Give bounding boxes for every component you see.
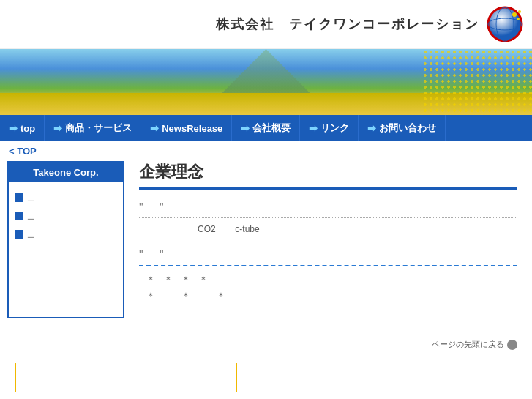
hero-image xyxy=(0,49,532,115)
quote-open-1: " xyxy=(139,201,143,214)
svg-point-5 xyxy=(518,10,521,13)
content-area: 企業理念 " " CO2 c-tube " " xyxy=(132,161,525,318)
sidebar-bullet-1 xyxy=(15,193,23,202)
svg-point-4 xyxy=(517,18,520,20)
sidebar-items: ＿ ＿ ＿ xyxy=(9,182,123,299)
dotted-line-1 xyxy=(139,217,517,218)
main-layout: Takeone Corp. ＿ ＿ ＿ 企業理念 " " xyxy=(0,161,532,333)
quote-close-1: " xyxy=(160,201,164,214)
nav-top[interactable]: ➡ top xyxy=(0,115,45,141)
nav-arrow-products: ➡ xyxy=(53,122,62,134)
svg-point-3 xyxy=(512,12,517,17)
nav-news[interactable]: ➡ NewsRelease xyxy=(141,115,232,141)
section2-quotes: " " xyxy=(139,249,517,262)
nav-arrow-about: ➡ xyxy=(241,122,250,134)
sidebar-item-2[interactable]: ＿ xyxy=(13,206,119,225)
site-header: 株式会社 テイクワンコーポレーション xyxy=(0,0,532,49)
nav-news-label: NewsRelease xyxy=(162,123,222,134)
section-2: " " ＊ ＊ ＊ ＊ ＊ ＊ ＊ xyxy=(139,249,517,304)
blue-dashed-line xyxy=(139,265,517,266)
sidebar-item-1[interactable]: ＿ xyxy=(13,188,119,206)
co2-text: CO2 c-tube xyxy=(139,224,517,234)
section1-quotes: " " xyxy=(139,201,517,215)
nav-contact-label: お問い合わせ xyxy=(379,122,436,135)
footer-col-line-2 xyxy=(236,363,237,392)
nav-arrow-news: ➡ xyxy=(150,122,159,134)
quote-open-2: " xyxy=(139,249,143,261)
nav-links[interactable]: ➡ リンク xyxy=(300,115,359,141)
breadcrumb-top-link[interactable]: < TOP xyxy=(9,146,37,157)
sidebar-item-3[interactable]: ＿ xyxy=(13,225,119,243)
section-1: " " CO2 c-tube xyxy=(139,201,517,234)
nav-arrow-links: ➡ xyxy=(309,122,318,134)
sidebar-title: Takeone Corp. xyxy=(9,163,123,182)
hero-dots xyxy=(422,49,532,115)
hero-mountain xyxy=(193,49,340,93)
nav-links-label: リンク xyxy=(321,122,349,135)
sidebar-item-3-label: ＿ xyxy=(26,228,35,240)
company-logo xyxy=(487,6,523,42)
quote-close-2: " xyxy=(160,249,164,261)
nav-products-label: 商品・サービス xyxy=(65,122,132,135)
footer-columns xyxy=(0,356,532,392)
sidebar-bullet-2 xyxy=(15,212,23,220)
sidebar-item-1-label: ＿ xyxy=(26,191,35,204)
nav-top-label: top xyxy=(20,123,35,134)
sub-text-1: ＊ ＊ ＊ ＊ ＊ ＊ ＊ xyxy=(139,272,517,304)
nav-arrow-contact: ➡ xyxy=(367,122,376,134)
footer-col-line-1 xyxy=(15,363,16,392)
nav-contact[interactable]: ➡ お問い合わせ xyxy=(359,115,446,141)
sidebar-item-2-label: ＿ xyxy=(26,209,35,222)
sidebar: Takeone Corp. ＿ ＿ ＿ xyxy=(7,161,124,318)
nav-about[interactable]: ➡ 会社概要 xyxy=(232,115,300,141)
back-to-top-text: ページの先頭に戻る xyxy=(432,339,504,350)
back-to-top[interactable]: ページの先頭に戻る xyxy=(0,333,532,356)
sidebar-bullet-3 xyxy=(15,230,23,239)
page-title: 企業理念 xyxy=(139,161,517,190)
svg-point-0 xyxy=(488,7,522,41)
breadcrumb: < TOP xyxy=(0,141,532,161)
navbar: ➡ top ➡ 商品・サービス ➡ NewsRelease ➡ 会社概要 ➡ リ… xyxy=(0,115,532,141)
back-to-top-icon xyxy=(507,340,517,350)
company-name: 株式会社 テイクワンコーポレーション xyxy=(216,15,479,33)
nav-arrow-top: ➡ xyxy=(9,122,18,134)
nav-products[interactable]: ➡ 商品・サービス xyxy=(45,115,141,141)
nav-about-label: 会社概要 xyxy=(252,122,291,135)
